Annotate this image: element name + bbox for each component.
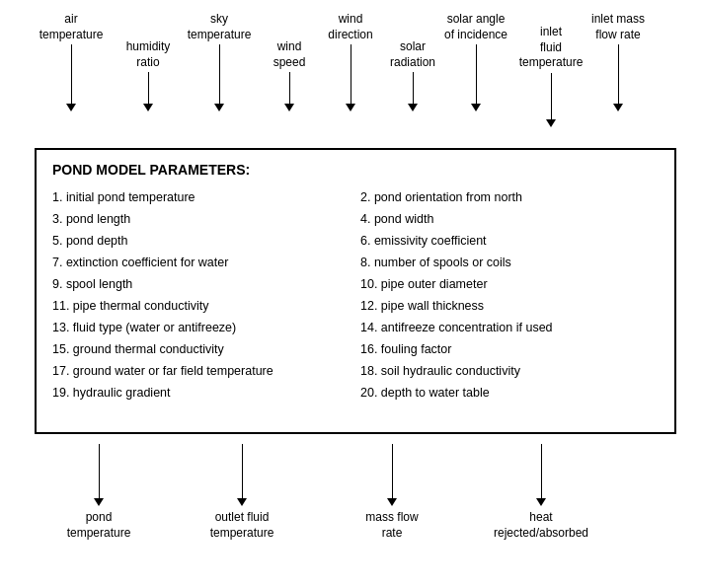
bottom-arrow-outlet-fluid-temp: outlet fluid temperature [202,444,281,541]
param-item: 15. ground thermal conductivity [52,339,351,359]
arrowhead [613,104,623,111]
param-item: 4. pond width [360,209,659,229]
top-arrow-label-inlet-fluid-temp: inlet fluid temperature [519,25,584,71]
param-item: 16. fouling factor [360,339,659,359]
arrowhead [237,498,247,506]
arrow-line [413,72,414,104]
top-arrow-label-sky-temp: sky temperature [188,12,252,42]
arrowhead [143,104,153,111]
bottom-arrow-label-pond-temp: pond temperature [67,510,131,541]
bottom-arrow-mass-flow: mass flow rate [352,444,431,541]
param-item: 8. number of spools or coils [360,253,659,272]
arrow-line [148,72,149,104]
top-arrow-solar-rad: solar radiation [388,39,437,111]
bottom-arrow-heat-rejected: heat rejected/absorbed [502,444,581,541]
arrow-line [551,73,552,119]
arrow-line [71,44,72,104]
arrow-line [351,44,351,104]
bottom-arrow-label-outlet-fluid-temp: outlet fluid temperature [210,510,274,541]
top-arrow-label-humidity-ratio: humidity ratio [126,39,171,70]
arrowhead [346,104,355,111]
arrow-line [219,44,220,104]
param-item: 6. emissivity coefficient [360,231,659,251]
arrow-line [476,44,477,104]
arrowhead [94,498,104,506]
param-item: 18. soil hydraulic conductivity [360,361,659,381]
top-arrow-sky-temp: sky temperature [195,12,244,111]
arrowhead [387,498,397,506]
top-arrow-inlet-fluid-temp: inlet fluid temperature [526,25,576,127]
arrowhead [408,104,418,111]
top-arrow-inlet-mass: inlet mass flow rate [593,12,643,111]
top-arrow-label-wind-speed: wind speed [273,39,306,70]
top-arrow-label-inlet-mass: inlet mass flow rate [591,12,645,42]
top-arrow-label-wind-dir: wind direction [328,12,372,42]
param-item: 14. antifreeze concentration if used [360,318,659,337]
param-item: 20. depth to water table [360,383,659,403]
param-item: 17. ground water or far field temperatur… [52,361,351,381]
bottom-arrow-label-heat-rejected: heat rejected/absorbed [494,510,588,541]
bottom-arrow-label-mass-flow: mass flow rate [365,510,418,541]
arrow-line [289,72,290,104]
top-arrow-wind-speed: wind speed [265,39,314,111]
top-arrow-label-solar-angle: solar angle of incidence [444,12,507,42]
arrowhead [214,104,224,111]
param-item: 7. extinction coefficient for water [52,253,351,272]
arrowhead [536,498,546,506]
top-arrow-wind-dir: wind direction [326,12,375,111]
param-item: 12. pipe wall thickness [360,296,659,316]
arrow-line [541,444,542,498]
arrow-line [392,444,393,498]
param-item: 5. pond depth [52,231,351,251]
arrow-line [242,444,243,498]
main-box: POND MODEL PARAMETERS: 1. initial pond t… [35,148,676,434]
top-arrow-label-air-temp: air temperature [39,12,104,42]
top-arrow-air-temp: air temperature [46,12,96,111]
arrow-line [99,444,100,498]
param-item: 19. hydraulic gradient [52,383,351,403]
param-item: 10. pipe outer diameter [360,274,659,294]
top-arrow-humidity-ratio: humidity ratio [123,39,173,111]
params-grid: 1. initial pond temperature2. pond orien… [52,187,659,403]
param-item: 1. initial pond temperature [52,187,351,207]
arrow-line [618,44,619,104]
arrowhead [471,104,481,111]
top-arrow-label-solar-rad: solar radiation [390,39,435,70]
box-title: POND MODEL PARAMETERS: [52,162,659,178]
bottom-arrow-pond-temp: pond temperature [59,444,138,541]
arrowhead [284,104,294,111]
diagram: air temperaturehumidity ratiosky tempera… [0,0,702,588]
param-item: 3. pond length [52,209,351,229]
arrowhead [546,119,556,127]
arrowhead [66,104,76,111]
param-item: 11. pipe thermal conductivity [52,296,351,316]
param-item: 9. spool length [52,274,351,294]
param-item: 13. fluid type (water or antifreeze) [52,318,351,337]
top-arrow-solar-angle: solar angle of incidence [451,12,501,111]
param-item: 2. pond orientation from north [360,187,659,207]
